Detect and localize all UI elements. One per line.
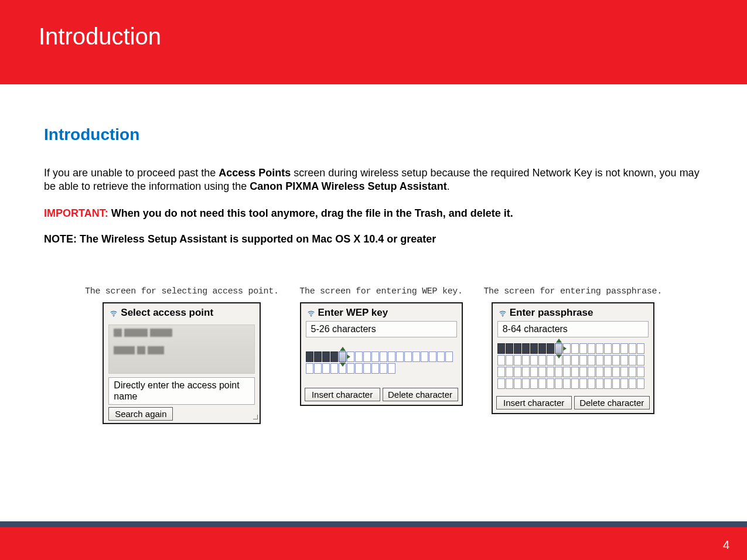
insert-character-button[interactable]: Insert character	[496, 396, 572, 409]
cursor-cell[interactable]	[339, 351, 346, 362]
important-text: When you do not need this tool anymore, …	[111, 207, 513, 219]
passphrase-char-range: 8-64 characters	[497, 321, 649, 337]
footer-accent-strip	[0, 521, 747, 527]
passphrase-char-grid[interactable]	[497, 343, 649, 389]
screen-wep-caption: The screen for entering WEP key.	[299, 286, 462, 296]
screen-passphrase-caption: The screen for entering passphrase.	[483, 286, 662, 296]
wifi-icon	[110, 309, 118, 317]
section-subtitle: Introduction	[44, 125, 703, 144]
screen-passphrase: Enter passphrase 8-64 characters	[492, 302, 654, 414]
screen-access-point-col: The screen for selecting access point. S…	[85, 286, 279, 424]
screen-access-point: Select access point Directly enter the a…	[103, 302, 261, 424]
header-band: Introduction	[0, 0, 747, 84]
wep-char-grid[interactable]	[306, 351, 457, 374]
access-point-list[interactable]	[108, 325, 255, 374]
cursor-cell[interactable]	[555, 343, 562, 354]
screenshots-row: The screen for selecting access point. S…	[44, 286, 703, 424]
screen-passphrase-title-row: Enter passphrase	[493, 303, 653, 321]
wifi-icon	[499, 309, 507, 317]
resize-grip-icon	[253, 415, 258, 419]
intro-bold-assistant: Canon PIXMA Wireless Setup Assistant	[250, 180, 447, 192]
arrow-up-icon	[340, 347, 346, 351]
wep-char-range: 5-26 characters	[306, 321, 457, 337]
delete-character-button[interactable]: Delete character	[383, 388, 458, 401]
search-again-button[interactable]: Search again	[108, 407, 173, 421]
page-number: 4	[723, 538, 729, 552]
svg-point-1	[311, 316, 312, 317]
important-label: IMPORTANT:	[44, 207, 111, 219]
list-item[interactable]	[114, 329, 250, 338]
important-line: IMPORTANT: When you do not need this too…	[44, 207, 703, 220]
intro-text-end: .	[447, 180, 450, 192]
arrow-right-icon	[563, 346, 567, 351]
screen-passphrase-col: The screen for entering passphrase. Ente…	[483, 286, 662, 424]
screen-access-point-caption: The screen for selecting access point.	[85, 286, 279, 296]
screen-wep-col: The screen for entering WEP key. Enter W…	[299, 286, 462, 424]
screen-access-point-title-row: Select access point	[104, 303, 260, 321]
arrow-right-icon	[347, 354, 350, 359]
intro-text-pre: If you are unable to proceed past the	[44, 167, 219, 179]
wifi-icon	[307, 309, 315, 317]
directly-enter-option[interactable]: Directly enter the access point name	[108, 377, 255, 405]
intro-paragraph: If you are unable to proceed past the Ac…	[44, 166, 703, 194]
screen-passphrase-title: Enter passphrase	[510, 307, 593, 319]
delete-character-button[interactable]: Delete character	[574, 396, 650, 409]
screen-wep: Enter WEP key 5-26 characters	[300, 302, 463, 406]
insert-character-button[interactable]: Insert character	[305, 388, 380, 401]
footer-band: 4	[0, 527, 747, 560]
list-item[interactable]	[114, 346, 250, 356]
page-title: Introduction	[39, 23, 708, 50]
arrow-up-icon	[556, 339, 562, 343]
screen-access-point-title: Select access point	[121, 307, 213, 319]
note-line: NOTE: The Wireless Setup Assistant is su…	[44, 233, 703, 245]
arrow-down-icon	[556, 354, 562, 358]
arrow-down-icon	[340, 363, 346, 367]
screen-wep-title-row: Enter WEP key	[301, 303, 462, 321]
intro-bold-access-points: Access Points	[219, 167, 291, 179]
content-area: Introduction If you are unable to procee…	[0, 84, 747, 424]
screen-wep-title: Enter WEP key	[318, 307, 388, 319]
svg-point-0	[113, 316, 114, 317]
svg-point-2	[502, 316, 503, 317]
